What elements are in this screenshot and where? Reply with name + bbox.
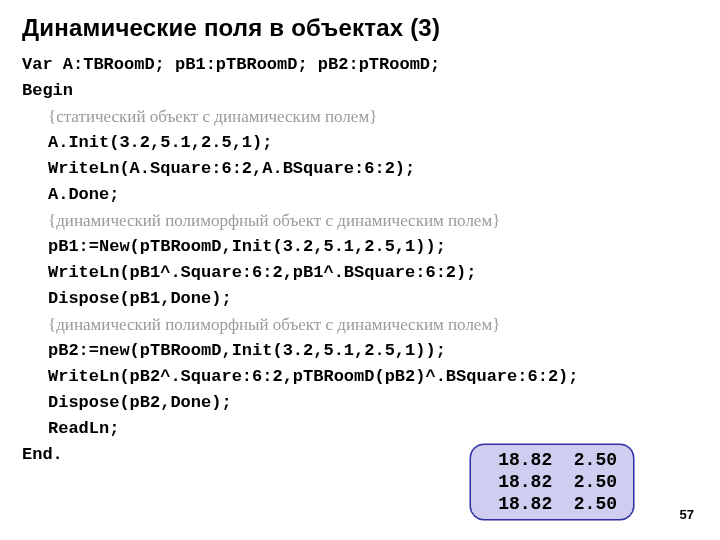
code-line: Begin [22, 78, 698, 104]
code-line: A.Init(3.2,5.1,2.5,1); [22, 130, 698, 156]
output-box: 18.82 2.50 18.82 2.50 18.82 2.50 [470, 444, 634, 520]
code-line: Dispose(pB1,Done); [22, 286, 698, 312]
code-line: WriteLn(pB2^.Square:6:2,pTBRoomD(pB2)^.B… [22, 364, 698, 390]
code-line: ReadLn; [22, 416, 698, 442]
code-line: WriteLn(pB1^.Square:6:2,pB1^.BSquare:6:2… [22, 260, 698, 286]
slide-title: Динамические поля в объектах (3) [22, 14, 698, 42]
code-line: pB1:=New(pTBRoomD,Init(3.2,5.1,2.5,1)); [22, 234, 698, 260]
code-block: Var A:TBRoomD; pB1:pTBRoomD; pB2:pTRoomD… [22, 52, 698, 468]
code-comment: {статический объект с динамическим полем… [22, 104, 698, 130]
code-line: A.Done; [22, 182, 698, 208]
code-line: Dispose(pB2,Done); [22, 390, 698, 416]
code-comment: {динамический полиморфный объект с динам… [22, 312, 698, 338]
code-line: WriteLn(A.Square:6:2,A.BSquare:6:2); [22, 156, 698, 182]
code-comment: {динамический полиморфный объект с динам… [22, 208, 698, 234]
slide: Динамические поля в объектах (3) Var A:T… [0, 0, 720, 540]
page-number: 57 [680, 507, 694, 522]
code-line: Var A:TBRoomD; pB1:pTBRoomD; pB2:pTRoomD… [22, 52, 698, 78]
code-line: pB2:=new(pTBRoomD,Init(3.2,5.1,2.5,1)); [22, 338, 698, 364]
